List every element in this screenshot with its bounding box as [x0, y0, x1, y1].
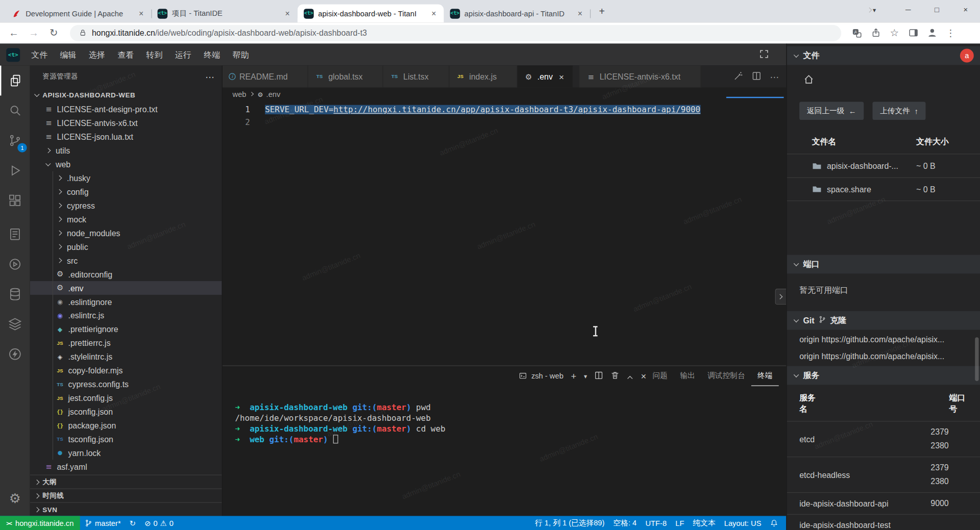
tab-close-icon[interactable]: ×	[575, 9, 585, 19]
language-mode[interactable]: 纯文本	[689, 516, 720, 530]
tree-item[interactable]: .eslintrc.js	[30, 309, 222, 322]
project-section-header[interactable]: APISIX-DASHBOARD-WEB	[30, 87, 222, 102]
editor-tab[interactable]: index.js ×	[449, 66, 518, 88]
window-maximize-button[interactable]: □	[922, 0, 951, 20]
home-icon[interactable]	[803, 73, 980, 87]
menu-item[interactable]: 文件	[25, 44, 54, 66]
sync-status[interactable]: ↻	[125, 516, 140, 530]
git-remote-row[interactable]: origin https://github.com/apache/apisix.…	[787, 347, 980, 364]
explorer-icon[interactable]	[0, 66, 30, 96]
section-header-ports[interactable]: 端口	[787, 255, 980, 274]
editor-tab[interactable]: .env ×	[518, 66, 574, 88]
close-panel-icon[interactable]: ×	[641, 371, 646, 382]
tab-close-icon[interactable]: ×	[429, 9, 439, 19]
tree-item[interactable]: LICENSE-json.lua.txt	[30, 130, 222, 144]
service-row[interactable]: ide-apisix-dashboard-api 9000	[787, 492, 980, 514]
tree-item[interactable]: node_modules	[30, 226, 222, 240]
tab-close-icon[interactable]: ×	[136, 9, 146, 19]
tree-item[interactable]: .prettierrc.js	[30, 336, 222, 350]
split-terminal-icon[interactable]	[595, 371, 603, 382]
run-debug-icon[interactable]	[0, 156, 30, 186]
menu-item[interactable]: 编辑	[54, 44, 82, 66]
more-actions-icon[interactable]: ⋯	[205, 71, 214, 82]
editor-tab[interactable]: global.tsx ×	[308, 66, 383, 88]
power-icon[interactable]	[0, 339, 30, 369]
side-panel-icon[interactable]	[905, 24, 921, 41]
settings-gear-icon[interactable]: ⚙	[0, 486, 30, 511]
editor-more-icon[interactable]: ⋯	[770, 71, 779, 82]
tree-item[interactable]: asf.yaml	[30, 460, 222, 473]
source-control-icon[interactable]: 1	[0, 125, 30, 156]
tree-item[interactable]: .husky	[30, 171, 222, 185]
database-icon[interactable]	[0, 279, 30, 309]
tree-item[interactable]: config	[30, 185, 222, 198]
new-terminal-icon[interactable]: +	[571, 371, 577, 382]
menu-item[interactable]: 转到	[140, 44, 168, 66]
code-link[interactable]: http://hongxi.titanide.cn/app/apisix-das…	[333, 105, 700, 114]
section-header-files[interactable]: 文件 a	[787, 46, 980, 65]
tree-item[interactable]: jest.config.js	[30, 391, 222, 405]
kill-terminal-icon[interactable]	[611, 371, 620, 382]
tree-item[interactable]: tsconfig.json	[30, 432, 222, 446]
new-tab-button[interactable]: +	[594, 4, 610, 20]
tree-item[interactable]: .eslintignore	[30, 295, 222, 309]
problems-status[interactable]: ⊘ 0 ⚠ 0	[140, 516, 178, 530]
remote-indicator[interactable]: >< hongxi.titanide.cn	[0, 516, 80, 530]
menu-item[interactable]: 帮助	[226, 44, 255, 66]
layers-icon[interactable]	[0, 309, 30, 339]
tree-item[interactable]: copy-folder.mjs	[30, 364, 222, 377]
translate-icon[interactable]: A	[849, 24, 865, 41]
breadcrumb-folder[interactable]: web	[233, 90, 247, 98]
service-row[interactable]: ide-apisix-dashboard-test	[787, 514, 980, 530]
browser-tab[interactable]: apisix-dashboard-api - TitanID ×	[444, 5, 590, 23]
editor-tab[interactable]: LICENSE-antvis-x6.txt ×	[580, 66, 701, 88]
upload-button[interactable]: 上传文件 ↑	[872, 102, 925, 120]
search-icon[interactable]	[0, 95, 30, 125]
editor-tab[interactable]: List.tsx ×	[383, 66, 449, 88]
tree-item[interactable]: .editorconfig	[30, 267, 222, 281]
menu-item[interactable]: 终端	[198, 44, 226, 66]
tree-item[interactable]: utils	[30, 144, 222, 158]
go-up-button[interactable]: 返回上一级 ←	[799, 102, 864, 120]
file-row[interactable]: space.share ~ 0 B	[787, 178, 980, 201]
sidebar-section[interactable]: SVN	[30, 502, 222, 516]
tree-item[interactable]: package.json	[30, 418, 222, 432]
address-bar[interactable]: hongxi.titanide.cn/ide/web/coding/apisix…	[70, 24, 841, 41]
tree-item[interactable]: cypress	[30, 198, 222, 212]
browser-menu-icon[interactable]: ⋮	[943, 24, 959, 41]
share-icon[interactable]	[868, 24, 884, 41]
fullscreen-icon[interactable]	[760, 49, 769, 61]
reload-button[interactable]: ↻	[45, 24, 62, 41]
menu-item[interactable]: 运行	[169, 44, 198, 66]
tree-item[interactable]: .env	[30, 281, 222, 295]
forward-button[interactable]: →	[25, 24, 42, 41]
notebook-icon[interactable]	[0, 219, 30, 249]
right-panel-toggle[interactable]	[775, 289, 786, 305]
sidebar-section[interactable]: 时间线	[30, 489, 222, 502]
service-row[interactable]: etcd-headless 2379 2380	[787, 457, 980, 492]
tree-item[interactable]: src	[30, 254, 222, 267]
breadcrumb-file[interactable]: .env	[266, 90, 281, 98]
magic-wand-icon[interactable]	[734, 71, 743, 82]
panel-tab[interactable]: 终端	[751, 366, 779, 386]
panel-tab[interactable]: 输出	[674, 366, 701, 386]
panel-tab[interactable]: 调试控制台	[701, 366, 751, 386]
git-branch-status[interactable]: master*	[80, 516, 126, 530]
sidebar-section[interactable]: 大纲	[30, 475, 222, 489]
back-button[interactable]: ←	[5, 24, 22, 41]
section-header-git[interactable]: Git 克隆	[787, 311, 980, 330]
menu-item[interactable]: 选择	[83, 44, 111, 66]
terminal-dropdown-icon[interactable]: ▾	[584, 372, 587, 379]
tab-close-icon[interactable]: ×	[556, 71, 567, 82]
terminal-session[interactable]: zsh - web	[519, 372, 563, 381]
code-editor[interactable]: 1SERVE_URL_DEV=http://hongxi.titanide.cn…	[223, 101, 786, 365]
maximize-panel-icon[interactable]	[627, 374, 633, 380]
tree-item[interactable]: .prettierignore	[30, 322, 222, 336]
cursor-position[interactable]: 行 1, 列 1 (已选择89)	[530, 516, 609, 530]
scrollbar-thumb[interactable]	[975, 337, 978, 381]
window-close-button[interactable]: ×	[951, 0, 980, 20]
browser-tab[interactable]: Development Guide | Apache ×	[5, 5, 152, 23]
file-row[interactable]: apisix-dashboard-... ~ 0 B	[787, 154, 980, 178]
tree-item[interactable]: jsconfig.json	[30, 405, 222, 418]
tree-item[interactable]: yarn.lock	[30, 446, 222, 460]
